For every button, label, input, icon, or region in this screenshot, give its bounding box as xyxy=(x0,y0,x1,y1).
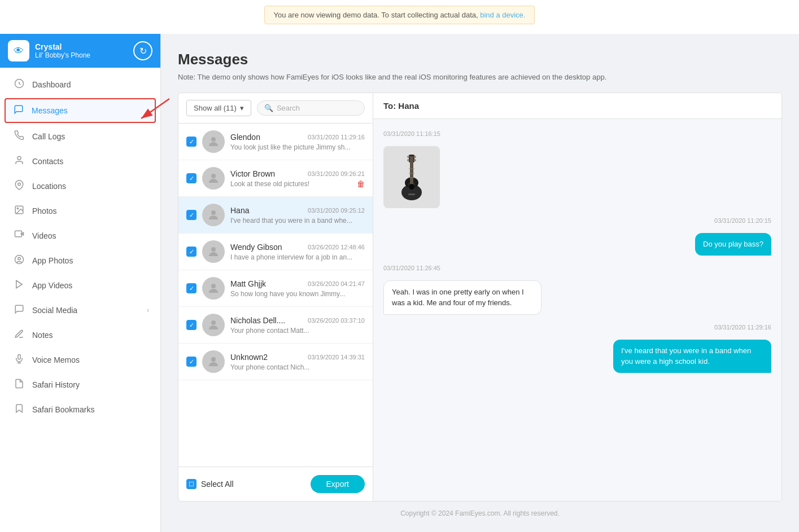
search-box[interactable]: 🔍 Search xyxy=(257,100,365,116)
msg-timestamp: 03/31/2020 09:25:12 xyxy=(308,207,365,214)
conversation-item-victor[interactable]: ✓ Victor Brown 03/31/2020 09:26:21 Look … xyxy=(178,160,373,197)
filter-dropdown[interactable]: Show all (11) ▾ xyxy=(186,100,251,116)
sidebar-nav: Dashboard Messages Call Logs xyxy=(0,68,160,532)
svg-point-4 xyxy=(17,208,18,209)
msg-preview: I've heard that you were in a band whe..… xyxy=(230,217,365,225)
delete-icon[interactable]: 🗑 xyxy=(357,179,365,188)
sidebar-item-photos[interactable]: Photos xyxy=(0,199,160,223)
bind-device-link[interactable]: bind a device. xyxy=(480,11,525,19)
sidebar-item-call-logs[interactable]: Call Logs xyxy=(0,124,160,149)
sidebar-item-app-videos[interactable]: App Videos xyxy=(0,273,160,298)
avatar-hana xyxy=(202,204,225,226)
svg-point-2 xyxy=(18,183,21,186)
device-name: Lil' Bobby's Phone xyxy=(35,51,128,59)
checkbox-nicholas[interactable]: ✓ xyxy=(186,320,197,330)
select-all-button[interactable]: ☐ Select All xyxy=(186,479,234,489)
avatar-victor xyxy=(202,167,225,190)
conversation-item-hana[interactable]: ✓ Hana 03/31/2020 09:25:12 I've heard th… xyxy=(178,197,373,234)
call-logs-icon xyxy=(13,130,25,143)
contact-name: Matt Ghjjk xyxy=(230,279,266,288)
social-media-icon xyxy=(13,304,25,316)
voice-memos-icon xyxy=(13,354,25,366)
svg-rect-10 xyxy=(18,355,21,359)
conversation-body: Unknown2 03/19/2020 14:39:31 Your phone … xyxy=(230,353,365,371)
sidebar-item-social-media[interactable]: Social Media › xyxy=(0,298,160,323)
svg-point-17 xyxy=(211,284,216,288)
sidebar-item-messages[interactable]: Messages xyxy=(5,98,156,123)
checkbox-unknown2[interactable]: ✓ xyxy=(186,357,197,367)
conversation-body: Glendon 03/31/2020 11:29:16 You look jus… xyxy=(230,133,365,151)
page-title: Messages xyxy=(178,51,782,68)
svg-point-18 xyxy=(211,320,216,325)
contact-name: Victor Brown xyxy=(230,169,275,178)
conversation-body: Hana 03/31/2020 09:25:12 I've heard that… xyxy=(230,206,365,225)
message-items-list: ✓ Glendon 03/31/2020 11:29:16 You look j… xyxy=(178,124,373,467)
chat-image-message xyxy=(383,146,440,208)
export-button[interactable]: Export xyxy=(311,475,365,493)
conversation-item-wendy[interactable]: ✓ Wendy Gibson 03/26/2020 12:48:46 I hav… xyxy=(178,234,373,270)
msg-timestamp: 03/26/2020 03:37:10 xyxy=(308,317,365,324)
sidebar-item-safari-history[interactable]: Safari History xyxy=(0,372,160,397)
safari-history-icon xyxy=(13,379,25,391)
chat-timestamp: 03/31/2020 11:29:16 xyxy=(383,324,771,331)
msg-timestamp: 03/31/2020 09:26:21 xyxy=(308,170,365,177)
conversation-item-matt[interactable]: ✓ Matt Ghjjk 03/26/2020 04:21:47 So how … xyxy=(178,270,373,307)
conversation-item-glendon[interactable]: ✓ Glendon 03/31/2020 11:29:16 You look j… xyxy=(178,124,373,160)
sidebar-item-videos[interactable]: Videos xyxy=(0,223,160,248)
checkbox-hana[interactable]: ✓ xyxy=(186,210,197,220)
sidebar-item-label: Photos xyxy=(32,206,57,216)
sidebar-item-contacts[interactable]: Contacts xyxy=(0,149,160,174)
app-photos-icon xyxy=(13,254,25,267)
contact-name: Hana xyxy=(230,206,249,215)
demo-banner: You are now viewing demo data. To start … xyxy=(264,6,535,24)
avatar-matt xyxy=(202,277,225,300)
svg-point-15 xyxy=(211,210,216,215)
page-note: Note: The demo only shows how FamiEyes f… xyxy=(178,73,782,81)
locations-icon xyxy=(13,180,25,192)
sync-button[interactable]: ↻ xyxy=(133,41,152,60)
avatar-nicholas xyxy=(202,314,225,336)
conversation-item-unknown2[interactable]: ✓ Unknown2 03/19/2020 14:39:31 Your phon… xyxy=(178,344,373,380)
notes-icon xyxy=(13,329,25,341)
sidebar-item-dashboard[interactable]: Dashboard xyxy=(0,72,160,97)
msg-preview: So how long have you known Jimmy... xyxy=(230,290,365,298)
conversation-body: Matt Ghjjk 03/26/2020 04:21:47 So how lo… xyxy=(230,279,365,298)
checkbox-matt[interactable]: ✓ xyxy=(186,283,197,293)
sidebar-item-app-photos[interactable]: App Photos xyxy=(0,248,160,273)
guitar-image xyxy=(383,146,440,208)
msg-preview: Your phone contact Nich... xyxy=(230,363,365,371)
svg-point-8 xyxy=(18,257,21,260)
copyright-text: Copyright © 2024 FamiEyes.com. All right… xyxy=(178,502,782,521)
svg-point-19 xyxy=(211,357,216,362)
contacts-icon xyxy=(13,155,25,168)
safari-bookmarks-icon xyxy=(13,403,25,416)
sidebar-item-voice-memos[interactable]: Voice Memos xyxy=(0,348,160,372)
svg-rect-33 xyxy=(408,194,415,195)
sidebar-item-label: Videos xyxy=(32,231,56,240)
sidebar-item-notes[interactable]: Notes xyxy=(0,323,160,348)
svg-point-27 xyxy=(414,156,416,158)
sidebar-item-locations[interactable]: Locations xyxy=(0,174,160,199)
chat-timestamp: 03/31/2020 11:16:15 xyxy=(383,130,771,137)
checkbox-wendy[interactable]: ✓ xyxy=(186,247,197,257)
outgoing-bubble: Do you play bass? xyxy=(695,233,771,256)
app-videos-icon xyxy=(13,279,25,292)
conversation-body: Nicholas Dell.... 03/26/2020 03:37:10 Yo… xyxy=(230,316,365,335)
chat-messages: 03/31/2020 11:16:15 xyxy=(373,119,781,501)
conversation-item-nicholas[interactable]: ✓ Nicholas Dell.... 03/26/2020 03:37:10 … xyxy=(178,307,373,344)
sidebar-item-safari-bookmarks[interactable]: Safari Bookmarks xyxy=(0,397,160,422)
svg-point-26 xyxy=(407,159,409,161)
checkbox-glendon[interactable]: ✓ xyxy=(186,137,197,147)
top-area: You are now viewing demo data. To start … xyxy=(0,0,799,34)
sidebar-item-label: Notes xyxy=(32,331,53,340)
sidebar-item-label: Safari Bookmarks xyxy=(32,405,94,414)
search-icon: 🔍 xyxy=(264,104,273,112)
sidebar-item-label: Social Media xyxy=(32,306,77,315)
checkbox-victor[interactable]: ✓ xyxy=(186,173,197,183)
svg-point-14 xyxy=(211,174,216,178)
msg-timestamp: 03/19/2020 14:39:31 xyxy=(308,354,365,360)
messages-icon xyxy=(12,104,25,117)
chat-panel: To: Hana 03/31/2020 11:16:15 xyxy=(373,93,781,501)
msg-timestamp: 03/26/2020 12:48:46 xyxy=(308,244,365,250)
chevron-right-icon: › xyxy=(147,306,149,314)
